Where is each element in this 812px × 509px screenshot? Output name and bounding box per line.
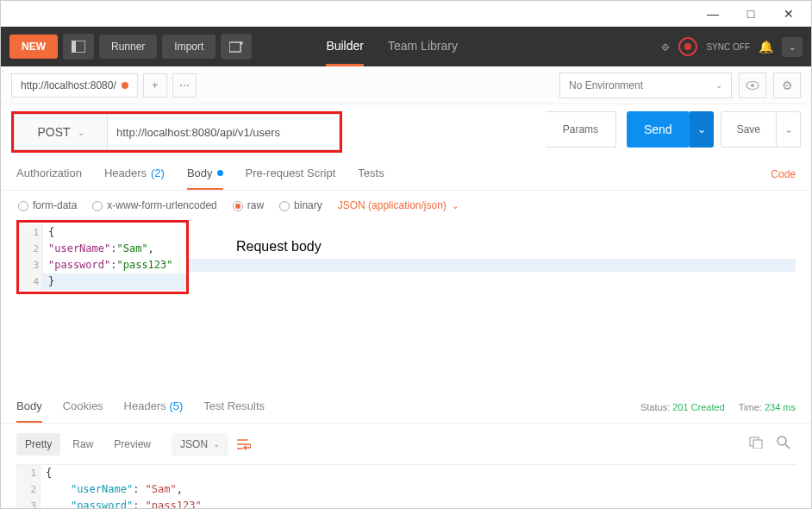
wrap-lines-button[interactable]: [232, 433, 256, 456]
http-method-select[interactable]: POST ⌄: [14, 114, 107, 150]
search-icon: [777, 436, 790, 449]
env-settings-button[interactable]: ⚙: [773, 72, 801, 98]
radio-x-www-form[interactable]: x-www-form-urlencoded: [92, 199, 216, 211]
window-titlebar: — □ ✕: [1, 1, 811, 27]
response-body-editor[interactable]: 1{ 2 "userName": "Sam", 3 "password": "p…: [16, 464, 796, 509]
headers-count: (2): [151, 167, 165, 179]
request-tab[interactable]: http://localhost:8080/: [11, 73, 138, 97]
request-body-highlight: 1{ 2"userName":"Sam", 3"password":"pass1…: [16, 220, 189, 294]
tab-team-library[interactable]: Team Library: [388, 27, 458, 66]
gear-icon: ⚙: [782, 79, 793, 92]
chevron-down-icon: ⌄: [78, 128, 84, 137]
sync-status-label: SYNC OFF: [706, 42, 750, 52]
wrap-icon: [237, 438, 251, 450]
interceptor-icon[interactable]: ⟐: [661, 39, 670, 54]
body-type-row: form-data x-www-form-urlencoded raw bina…: [1, 191, 811, 220]
eye-icon: [746, 80, 759, 91]
resp-headers-count: (5): [169, 399, 183, 412]
send-button[interactable]: Send: [627, 111, 690, 148]
body-label: Body: [187, 167, 213, 179]
notifications-icon[interactable]: 🔔: [759, 40, 773, 53]
env-quicklook-button[interactable]: [739, 72, 766, 98]
chevron-down-icon: ⌄: [213, 439, 220, 449]
content-type-select[interactable]: JSON (application/json) ⌄: [338, 199, 459, 211]
unsaved-dot-icon: [122, 82, 128, 89]
resp-tab-cookies[interactable]: Cookies: [63, 399, 103, 423]
svg-point-6: [751, 84, 754, 87]
window-minimize[interactable]: —: [694, 2, 732, 26]
search-response-button[interactable]: [771, 432, 796, 456]
view-raw[interactable]: Raw: [64, 433, 102, 456]
response-toolbar: Pretty Raw Preview JSON ⌄: [1, 424, 811, 464]
tab-builder[interactable]: Builder: [326, 27, 364, 66]
window-close[interactable]: ✕: [770, 2, 808, 26]
request-body-annotation: Request body: [236, 239, 322, 255]
resp-tab-body[interactable]: Body: [16, 399, 42, 423]
tab-menu-button[interactable]: ⋯: [172, 73, 197, 97]
tab-prerequest[interactable]: Pre-request Script: [246, 167, 336, 190]
svg-rect-8: [753, 440, 762, 449]
response-status: Status: 201 Created Time: 234 ms: [640, 402, 796, 421]
chevron-down-icon: ⌄: [715, 80, 722, 90]
app-toolbar: NEW Runner Import Builder Team Library ⟐…: [1, 27, 811, 66]
new-window-button[interactable]: [221, 34, 252, 60]
request-tab-label: http://localhost:8080/: [21, 79, 116, 91]
resp-tab-tests[interactable]: Test Results: [203, 399, 265, 423]
svg-rect-1: [72, 41, 76, 53]
svg-rect-2: [229, 42, 240, 52]
sidebar-icon: [72, 41, 85, 53]
import-button[interactable]: Import: [162, 35, 215, 59]
request-body-editor[interactable]: 1{ 2"userName":"Sam", 3"password":"pass1…: [16, 220, 796, 294]
params-button[interactable]: Params: [546, 111, 616, 148]
resp-headers-label: Headers: [124, 399, 166, 412]
response-format-select[interactable]: JSON ⌄: [172, 433, 228, 456]
view-preview[interactable]: Preview: [105, 433, 159, 456]
toggle-sidebar-button[interactable]: [63, 34, 94, 60]
radio-binary[interactable]: binary: [279, 199, 322, 211]
sync-status-icon[interactable]: [678, 37, 697, 56]
http-method-label: POST: [37, 125, 70, 139]
code-link[interactable]: Code: [771, 168, 796, 189]
view-pretty[interactable]: Pretty: [16, 433, 60, 456]
chevron-down-icon: ⌄: [452, 201, 459, 211]
request-subtabs: Authorization Headers (2) Body Pre-reque…: [1, 160, 811, 191]
runner-button[interactable]: Runner: [99, 35, 157, 59]
tab-authorization[interactable]: Authorization: [16, 167, 82, 190]
content-type-label: JSON (application/json): [338, 199, 447, 211]
tab-body[interactable]: Body: [187, 167, 223, 190]
resp-tab-headers[interactable]: Headers (5): [124, 399, 184, 423]
svg-point-9: [778, 437, 786, 445]
environment-select[interactable]: No Environment ⌄: [559, 72, 732, 98]
method-url-highlight: POST ⌄ http://localhost:8080/api/v1/user…: [11, 111, 342, 153]
request-url-input[interactable]: http://localhost:8080/api/v1/users: [107, 114, 340, 150]
save-button[interactable]: Save: [721, 111, 777, 148]
tab-tests[interactable]: Tests: [358, 167, 384, 190]
radio-form-data[interactable]: form-data: [18, 199, 77, 211]
response-tabs: Body Cookies Headers (5) Test Results St…: [1, 389, 811, 424]
tab-headers[interactable]: Headers (2): [104, 167, 165, 190]
copy-icon: [749, 437, 763, 449]
radio-raw[interactable]: raw: [233, 199, 264, 211]
svg-line-10: [785, 444, 790, 449]
environment-label: No Environment: [569, 79, 643, 91]
response-format-label: JSON: [180, 438, 208, 450]
send-menu-button[interactable]: ⌄: [690, 111, 714, 148]
request-bar: POST ⌄ http://localhost:8080/api/v1/user…: [1, 104, 811, 160]
main-tabs: Builder Team Library: [326, 27, 458, 66]
new-window-icon: [229, 41, 243, 53]
app-menu-chevron[interactable]: ⌄: [782, 37, 803, 57]
headers-label: Headers: [104, 167, 147, 179]
request-tabs-row: http://localhost:8080/ + ⋯ No Environmen…: [1, 66, 811, 104]
body-indicator-dot: [217, 170, 223, 176]
new-tab-button[interactable]: +: [143, 73, 167, 97]
copy-response-button[interactable]: [744, 433, 768, 455]
new-button[interactable]: NEW: [9, 35, 58, 59]
save-menu-button[interactable]: ⌄: [777, 111, 801, 148]
window-maximize[interactable]: □: [732, 2, 770, 26]
